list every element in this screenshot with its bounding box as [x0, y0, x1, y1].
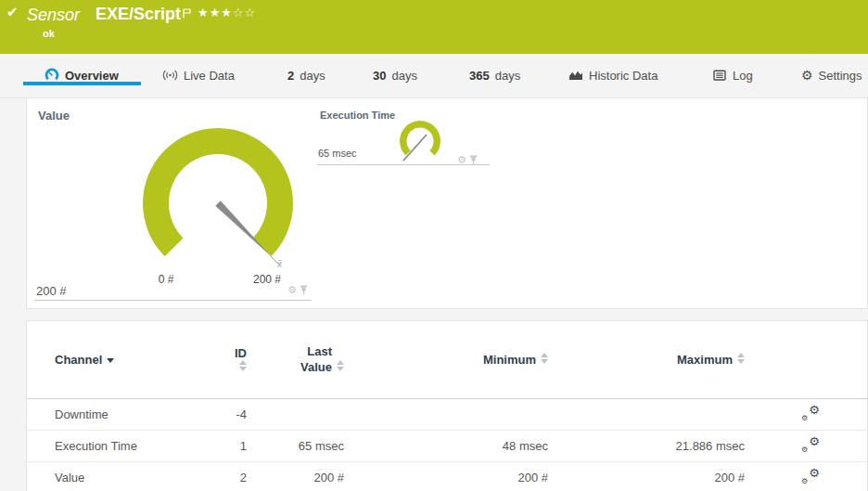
execution-time-gauge-tools[interactable]: ⚙: [457, 155, 478, 165]
minimum-cell: 200 #: [351, 462, 555, 491]
tab-log[interactable]: Log: [712, 66, 753, 84]
value-cell-divider: [34, 300, 312, 301]
gear-icon: ⚙: [801, 446, 808, 454]
column-header-settings: [752, 321, 868, 399]
gauge-gear-icon[interactable]: ⚙: [287, 285, 297, 295]
average-marker: x̄: [277, 259, 282, 269]
column-header-channel[interactable]: Channel: [27, 321, 226, 399]
channel-name-cell: Value: [27, 462, 226, 491]
channel-name-cell: Execution Time: [27, 431, 226, 462]
column-label: Maximum: [677, 353, 733, 367]
tab-number: 2: [287, 69, 294, 83]
sensor-status-badge: ok: [43, 28, 55, 39]
page: ✔ Sensor EXE/Script ★★★☆☆ ok Overview Li…: [0, 0, 868, 491]
tab-label: Log: [733, 69, 753, 83]
minimum-cell: [351, 399, 555, 431]
channel-id-cell: 1: [226, 431, 254, 462]
gear-icon: ⚙: [809, 434, 820, 448]
gear-icon: ⚙: [809, 466, 820, 480]
sort-updown-icon[interactable]: [540, 353, 548, 364]
tab-30-days[interactable]: 30 days: [373, 66, 417, 84]
sensor-header: ✔ Sensor EXE/Script ★★★☆☆ ok: [0, 0, 868, 54]
column-header-last-value[interactable]: Last Value: [254, 321, 351, 399]
value-current-reading: 200 #: [36, 284, 67, 298]
sort-updown-icon[interactable]: [336, 360, 344, 371]
column-label: Last Value: [287, 344, 332, 375]
column-header-maximum[interactable]: Maximum: [555, 321, 752, 399]
active-tab-underline: [23, 82, 141, 85]
tab-label: days: [300, 69, 325, 83]
table-row: Value 2 200 # 200 # 200 # ⚙⚙: [27, 462, 868, 491]
settings-gear-icon: ⚙: [801, 68, 813, 83]
priority-stars[interactable]: ★★★☆☆: [198, 6, 256, 19]
gear-icon: ⚙: [801, 477, 808, 485]
column-header-minimum[interactable]: Minimum: [351, 321, 555, 399]
sort-desc-icon: [107, 358, 114, 363]
gauge-icon: [45, 68, 59, 83]
column-label: Minimum: [483, 353, 536, 367]
tab-label: days: [391, 69, 416, 83]
gear-icon: ⚙: [801, 414, 808, 422]
tab-label: Settings: [819, 69, 862, 83]
last-value-cell: 200 #: [254, 462, 351, 491]
column-label: ID: [235, 346, 247, 360]
ok-check-icon: ✔: [6, 4, 19, 20]
tab-historic-data[interactable]: Historic Data: [568, 66, 657, 84]
channel-settings-icon[interactable]: ⚙⚙: [801, 468, 820, 485]
channel-name-cell: Downtime: [27, 399, 226, 431]
value-gauge-scale-max: 200 #: [239, 273, 295, 286]
tab-settings[interactable]: ⚙ Settings: [801, 66, 862, 84]
channel-settings-icon[interactable]: ⚙⚙: [801, 436, 820, 453]
tab-label: Historic Data: [589, 69, 657, 83]
channel-settings-icon[interactable]: ⚙⚙: [801, 405, 820, 421]
sort-updown-icon[interactable]: [238, 360, 247, 371]
value-gauge-arc: [143, 128, 293, 256]
tab-bar: Overview Live Data 2 days 30 days 365 da…: [0, 54, 868, 98]
channel-table-panel: Channel ID Last Value Minimum Maximum Do…: [26, 320, 868, 491]
table-header-row: Channel ID Last Value Minimum Maximum: [27, 321, 868, 399]
sensor-title: EXE/Script: [96, 5, 181, 24]
tab-label: days: [495, 69, 520, 83]
minimum-cell: 48 msec: [351, 431, 555, 462]
live-data-icon: [162, 68, 178, 83]
tab-365-days[interactable]: 365 days: [469, 66, 520, 84]
table-row: Execution Time 1 65 msec 48 msec 21.886 …: [27, 431, 868, 462]
execution-time-current-reading: 65 msec: [318, 148, 357, 159]
tab-label: Overview: [65, 69, 119, 83]
gear-icon: ⚙: [809, 403, 820, 417]
channel-id-cell: 2: [226, 462, 254, 491]
pin-icon[interactable]: [469, 155, 478, 165]
pin-icon[interactable]: [300, 285, 308, 295]
gauges-panel: Value 0 # 200 # x̄ 200 # ⚙ Execution Tim…: [26, 97, 868, 309]
log-icon: [712, 68, 727, 83]
tab-label: Live Data: [184, 69, 235, 83]
tab-number: 365: [469, 69, 490, 83]
maximum-cell: 200 #: [555, 462, 752, 491]
channel-table: Channel ID Last Value Minimum Maximum Do…: [27, 321, 868, 491]
value-gauge-title: Value: [38, 109, 70, 123]
historic-data-icon: [568, 68, 583, 83]
value-gauge-scale-min: 0 #: [138, 273, 194, 286]
column-label: Channel: [55, 353, 102, 367]
execution-time-gauge-arc: [400, 121, 440, 156]
last-value-cell: [254, 399, 351, 431]
sort-updown-icon[interactable]: [736, 353, 745, 364]
value-gauge-tools[interactable]: ⚙: [287, 285, 308, 295]
channel-id-cell: -4: [226, 399, 254, 431]
flag-icon: [183, 6, 191, 22]
tab-number: 30: [373, 69, 386, 83]
tab-2-days[interactable]: 2 days: [287, 66, 326, 84]
tab-live-data[interactable]: Live Data: [162, 66, 235, 84]
last-value-cell: 65 msec: [254, 431, 351, 462]
table-row: Downtime -4 ⚙⚙: [27, 399, 868, 431]
column-header-id[interactable]: ID: [226, 321, 254, 399]
sensor-kind-label: Sensor: [27, 6, 80, 25]
maximum-cell: [555, 399, 752, 431]
maximum-cell: 21.886 msec: [555, 431, 752, 462]
gauge-gear-icon[interactable]: ⚙: [457, 155, 466, 165]
execution-time-gauge-title: Execution Time: [320, 110, 395, 121]
